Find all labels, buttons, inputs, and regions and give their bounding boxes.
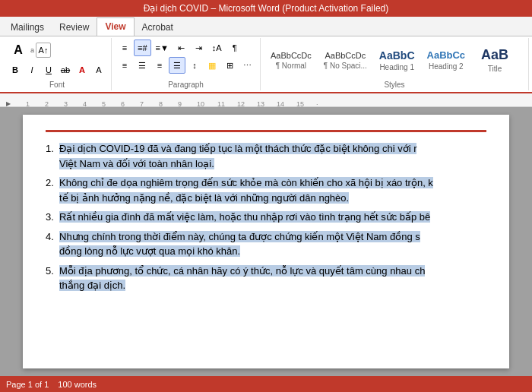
highlight-button[interactable]: A [91,62,106,77]
style-title-preview: AaB [481,47,508,63]
document-list: 1. Đại dịch COVID-19 đã và đang tiếp tục… [46,141,486,293]
font-size-group: A a A↑ B I U ab A A Font [3,38,112,90]
page-info: Page 1 of 1 [6,380,49,389]
style-no-spacing[interactable]: AaBbCcDc ¶ No Spaci... [318,40,372,81]
font-group-label: Font [49,79,65,89]
ruler: ▶ 1 2 3 4 5 6 7 8 9 10 11 12 13 14 15 · [0,93,532,107]
list-item: 2. Không chỉ đe dọa nghiêm trọng đến sức… [46,175,486,205]
styles-group-label: Styles [265,81,524,89]
style-title[interactable]: AaB Title [472,40,518,81]
style-title-label: Title [488,65,502,73]
style-heading2-preview: AaBbCc [427,49,466,61]
title-bar: Đại dịch COVID – Microsoft Word (Product… [0,0,532,17]
style-heading1-preview: AaBbC [379,49,415,62]
tab-acrobat[interactable]: Acrobat [135,19,181,36]
style-no-spacing-label: ¶ No Spaci... [324,62,367,70]
strikethrough-button[interactable]: ab [58,62,73,77]
paragraph-group: ≡ ≡# ≡▼ ⇤ ⇥ ↕A ¶ ≡ ☰ ≡ ☰ ↕ ▦ ⊞ ⋯ Paragra… [112,38,261,90]
more-para-button[interactable]: ⋯ [239,57,255,74]
list-item-5-text: Mỗi địa phương, tổ chức, cá nhân hãy có … [59,265,425,292]
decrease-indent-button[interactable]: ⇤ [173,40,190,56]
style-heading2[interactable]: AaBbCc Heading 2 [422,40,471,81]
style-heading2-label: Heading 2 [429,62,464,71]
list-item: 3. Rất nhiều gia đình đã mất việc làm, h… [46,210,486,225]
font-aa-button[interactable]: A [8,40,29,61]
paragraph-label: Paragraph [168,81,204,89]
ribbon-tabs: Mailings Review View Acrobat [0,17,532,36]
multilevel-button[interactable]: ≡▼ [152,40,173,56]
style-heading1-label: Heading 1 [379,63,414,71]
doc-border [46,130,486,132]
tab-review[interactable]: Review [52,19,97,36]
style-normal-label: ¶ Normal [276,62,306,70]
justify-button[interactable]: ☰ [169,57,185,74]
line-spacing-button[interactable]: ↕ [186,57,203,74]
show-formatting-button[interactable]: ¶ [226,40,243,56]
tab-mailings[interactable]: Mailings [3,19,52,36]
document-page: 1. Đại dịch COVID-19 đã và đang tiếp tục… [23,115,509,368]
ribbon-content: A a A↑ B I U ab A A Font ≡ ≡# ≡▼ ⇤ ⇥ [0,36,532,93]
list-item-3-text: Rất nhiều gia đình đã mất việc làm, hoặc… [59,211,430,223]
tab-view[interactable]: View [97,17,134,36]
shading-button[interactable]: ▦ [204,57,220,74]
title-text: Đại dịch COVID – Microsoft Word (Product… [144,3,389,14]
align-right-button[interactable]: ≡ [151,57,168,74]
underline-button[interactable]: U [41,62,56,77]
font-increase-button[interactable]: A↑ [36,43,51,58]
sort-button[interactable]: ↕A [208,40,226,56]
styles-group: AaBbCcDc ¶ Normal AaBbCcDc ¶ No Spaci...… [261,38,529,90]
italic-button[interactable]: I [24,62,40,77]
style-normal-preview: AaBbCcDc [271,51,312,60]
align-center-button[interactable]: ☰ [134,57,150,74]
list-item: 5. Mỗi địa phương, tổ chức, cá nhân hãy … [46,264,486,293]
list-item-2-text: Không chỉ đe dọa nghiêm trọng đến sức kh… [59,177,433,204]
style-heading1[interactable]: AaBbC Heading 1 [374,40,420,81]
list-item: 4. Nhưng chính trong thời điểm này, chún… [46,229,486,259]
list-item: 1. Đại dịch COVID-19 đã và đang tiếp tục… [46,141,486,171]
list-item-1-text: Đại dịch COVID-19 đã và đang tiếp tục là… [59,143,416,169]
list-item-4-text: Nhưng chính trong thời điểm này, chúng t… [59,231,420,258]
word-count: 100 words [58,380,97,389]
numbering-button[interactable]: ≡# [134,40,151,56]
font-color-A-button[interactable]: A [74,62,90,77]
document-area: 1. Đại dịch COVID-19 đã và đang tiếp tục… [0,107,532,376]
style-no-spacing-preview: AaBbCcDc [325,51,366,60]
status-bar: Page 1 of 1 100 words [0,376,532,392]
bold-button[interactable]: B [8,62,23,77]
increase-indent-button[interactable]: ⇥ [191,40,207,56]
style-normal[interactable]: AaBbCcDc ¶ Normal [265,40,317,81]
align-left-button[interactable]: ≡ [116,57,133,74]
borders-button[interactable]: ⊞ [221,57,238,74]
bullets-button[interactable]: ≡ [116,40,133,56]
